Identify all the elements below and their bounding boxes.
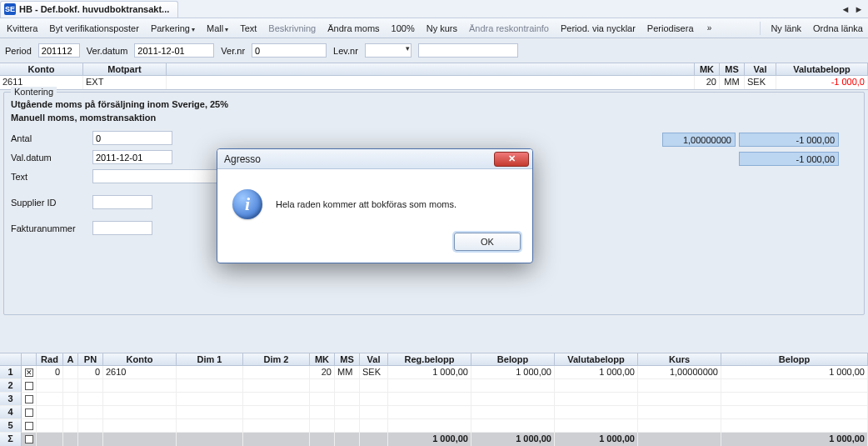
app-icon: SE xyxy=(4,3,16,15)
cell-konto[interactable]: 2610 xyxy=(103,366,177,379)
upper-grid: Konto Motpart MK MS Val Valutabelopp 261… xyxy=(0,63,868,90)
toolbar-kvittera[interactable]: Kvittera xyxy=(5,23,39,34)
antal-input[interactable] xyxy=(92,131,172,145)
toolbar-parkering[interactable]: Parkering xyxy=(149,23,197,34)
dg-col-ms[interactable]: MS xyxy=(335,353,360,366)
row-check[interactable] xyxy=(22,393,37,406)
data-grid: Rad A PN Konto Dim 1 Dim 2 MK MS Val Reg… xyxy=(0,353,868,446)
toolbar-byt-verifikationsposter[interactable]: Byt verifikationsposter xyxy=(47,23,141,34)
toolbar-overflow-icon[interactable]: » xyxy=(704,21,716,36)
row-check[interactable] xyxy=(22,366,37,379)
dg-col-dim1[interactable]: Dim 1 xyxy=(177,353,243,366)
table-row[interactable]: 2 xyxy=(0,379,868,393)
cell-dim1[interactable] xyxy=(177,366,243,379)
row-num[interactable]: 1 xyxy=(0,366,22,379)
toolbar-text[interactable]: Text xyxy=(238,23,258,34)
cell-pn[interactable]: 0 xyxy=(78,366,103,379)
window-title: HB - Def.bokf. huvudboktransakt... xyxy=(19,4,169,14)
toolbar-ny-lank[interactable]: Ny länk xyxy=(769,23,803,34)
cell-kurs[interactable]: 1,00000000 xyxy=(638,366,721,379)
dg-col-valutabelopp[interactable]: Valutabelopp xyxy=(555,353,638,366)
col-ms[interactable]: MS xyxy=(720,63,745,76)
dg-col-rownum xyxy=(0,353,22,366)
toolbar-periodisera[interactable]: Periodisera xyxy=(646,23,696,34)
levnr-extra-input[interactable] xyxy=(418,43,518,58)
col-mk[interactable]: MK xyxy=(695,63,720,76)
row-num[interactable]: 2 xyxy=(0,379,22,393)
valdatum-label: Val.datum xyxy=(11,153,87,163)
row-check[interactable] xyxy=(22,419,37,433)
toolbar-separator xyxy=(760,22,761,35)
supplier-input[interactable] xyxy=(92,195,152,209)
cell-val[interactable]: SEK xyxy=(745,76,776,89)
table-sum-row: Σ 1 000,00 1 000,00 1 000,00 1 000,00 xyxy=(0,433,868,446)
dialog-titlebar[interactable]: Agresso ✕ xyxy=(217,149,532,169)
sum-label: Σ xyxy=(0,433,22,446)
toolbar-mall[interactable]: Mall xyxy=(205,23,230,34)
col-motpart[interactable]: Motpart xyxy=(83,63,167,76)
dg-col-val[interactable]: Val xyxy=(360,353,388,366)
close-button[interactable]: ✕ xyxy=(494,152,529,167)
row-num[interactable]: 5 xyxy=(0,419,22,433)
toolbar-ordna-lankar[interactable]: Ordna länka xyxy=(811,23,865,34)
dg-col-regbelopp[interactable]: Reg.belopp xyxy=(388,353,471,366)
col-valutabelopp[interactable]: Valutabelopp xyxy=(776,63,868,76)
dg-col-pn[interactable]: PN xyxy=(78,353,103,366)
table-row[interactable]: 1 0 0 2610 20 MM SEK 1 000,00 1 000,00 1… xyxy=(0,366,868,379)
row-num[interactable]: 3 xyxy=(0,393,22,406)
faktura-input[interactable] xyxy=(92,221,152,235)
levnr-select[interactable] xyxy=(365,43,412,58)
cell-dim2[interactable] xyxy=(243,366,310,379)
dg-col-rad[interactable]: Rad xyxy=(37,353,63,366)
cell-mk[interactable]: 20 xyxy=(310,366,335,379)
dg-col-konto[interactable]: Konto xyxy=(103,353,177,366)
levnr-combo[interactable]: ▾ xyxy=(365,43,412,58)
dg-col-belopp2[interactable]: Belopp xyxy=(721,353,868,366)
ok-button[interactable]: OK xyxy=(454,233,521,251)
dg-col-a[interactable]: A xyxy=(63,353,78,366)
cell-mk[interactable]: 20 xyxy=(695,76,720,89)
table-row[interactable]: 5 xyxy=(0,419,868,433)
cell-val[interactable]: SEK xyxy=(360,366,388,379)
cell-belopp1[interactable]: 1 000,00 xyxy=(471,366,555,379)
cell-a[interactable] xyxy=(63,366,78,379)
col-konto[interactable]: Konto xyxy=(0,63,83,76)
cell-ms[interactable]: MM xyxy=(335,366,360,379)
active-tab[interactable]: SE HB - Def.bokf. huvudboktransakt... xyxy=(0,1,178,18)
cell-motpart[interactable]: EXT xyxy=(83,76,167,89)
antal-label: Antal xyxy=(11,133,87,143)
tab-next-icon[interactable]: ► xyxy=(853,3,865,15)
row-num[interactable]: 4 xyxy=(0,406,22,419)
cell-belopp2[interactable]: 1 000,00 xyxy=(721,366,868,379)
upper-grid-row[interactable]: 2611 EXT 20 MM SEK -1 000,0 xyxy=(0,76,868,89)
cell-valutabelopp[interactable]: -1 000,0 xyxy=(776,76,868,89)
text-input[interactable] xyxy=(92,169,217,183)
col-val[interactable]: Val xyxy=(745,63,776,76)
tab-prev-icon[interactable]: ◄ xyxy=(840,3,851,15)
row-check[interactable] xyxy=(22,379,37,393)
table-row[interactable]: 3 xyxy=(0,393,868,406)
dg-col-kurs[interactable]: Kurs xyxy=(638,353,721,366)
sum-reg: 1 000,00 xyxy=(388,433,471,446)
cell-valuta[interactable]: 1 000,00 xyxy=(555,366,638,379)
cell-ms[interactable]: MM xyxy=(720,76,745,89)
table-row[interactable]: 4 xyxy=(0,406,868,419)
toolbar-100[interactable]: 100% xyxy=(390,23,417,34)
valdatum-input[interactable] xyxy=(92,150,172,164)
toolbar-period-via-nycklar[interactable]: Period. via nycklar xyxy=(559,23,637,34)
row-check[interactable] xyxy=(22,406,37,419)
dg-col-mk[interactable]: MK xyxy=(310,353,335,366)
dg-col-belopp[interactable]: Belopp xyxy=(471,353,555,366)
sum-belopp2: 1 000,00 xyxy=(721,433,868,446)
faktura-label: Fakturanummer xyxy=(11,223,87,233)
vernr-input[interactable] xyxy=(252,43,327,58)
toolbar-andra-moms[interactable]: Ändra moms xyxy=(326,23,381,34)
period-input[interactable] xyxy=(38,43,80,58)
cell-reg[interactable]: 1 000,00 xyxy=(388,366,471,379)
info-dialog: Agresso ✕ i Hela raden kommer att bokför… xyxy=(217,148,533,263)
dg-col-dim2[interactable]: Dim 2 xyxy=(243,353,310,366)
verdatum-input[interactable] xyxy=(134,43,214,58)
cell-rad[interactable]: 0 xyxy=(37,366,63,379)
amount1-cell: -1 000,00 xyxy=(739,133,839,147)
toolbar-ny-kurs[interactable]: Ny kurs xyxy=(425,23,459,34)
